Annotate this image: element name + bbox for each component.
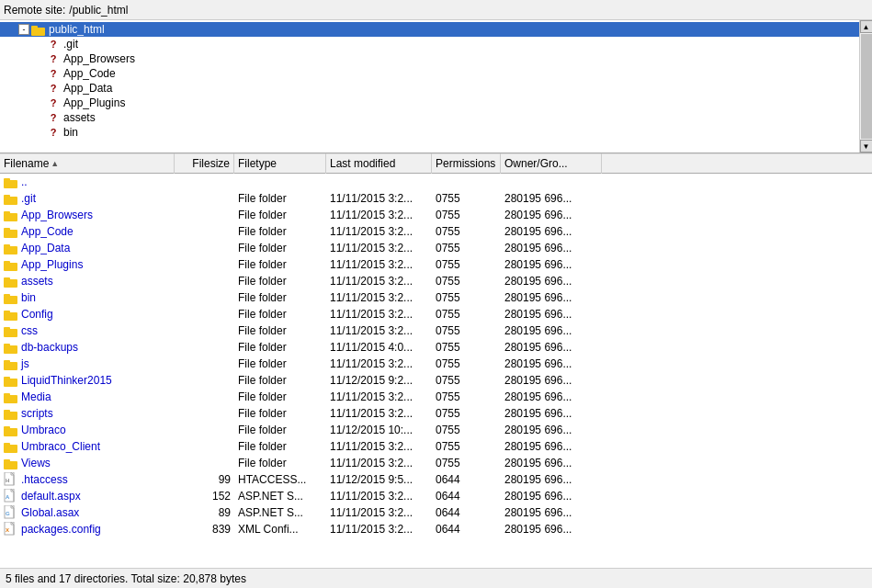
file-owner-cell: 280195 696... — [501, 471, 602, 488]
table-row[interactable]: Umbraco_ClientFile folder11/11/2015 3:2.… — [0, 438, 872, 455]
table-row[interactable]: .. — [0, 174, 872, 190]
file-type-cell: File folder — [234, 306, 326, 322]
tree-item-git[interactable]: ?.git — [0, 37, 872, 51]
file-size-cell — [175, 356, 234, 372]
tree-expand-public_html[interactable]: - — [18, 24, 29, 35]
svg-rect-27 — [4, 377, 10, 379]
file-type-cell: File folder — [234, 207, 326, 223]
file-permissions-cell: 0755 — [432, 339, 501, 356]
table-row[interactable]: MediaFile folder11/11/2015 3:2...0755280… — [0, 389, 872, 405]
file-name-cell: Umbraco — [0, 422, 175, 438]
table-row[interactable]: App_BrowsersFile folder11/11/2015 3:2...… — [0, 207, 872, 223]
tree-item-label-public_html: public_html — [49, 23, 105, 36]
tree-item-bin[interactable]: ?bin — [0, 125, 872, 140]
scroll-down-arrow[interactable]: ▼ — [860, 140, 873, 153]
tree-scrollbar[interactable]: ▲ ▼ — [859, 20, 872, 153]
file-owner-cell: 280195 696... — [501, 256, 602, 273]
file-type-cell: File folder — [234, 322, 326, 339]
file-name-label: Config — [21, 308, 53, 321]
file-permissions-cell: 0755 — [432, 240, 501, 256]
file-permissions-cell — [432, 174, 501, 190]
file-modified-cell: 11/11/2015 4:0... — [326, 339, 432, 356]
file-type-cell: File folder — [234, 223, 326, 240]
file-name-label: App_Code — [21, 225, 74, 238]
table-row[interactable]: ConfigFile folder11/11/2015 3:2...075528… — [0, 306, 872, 322]
svg-rect-5 — [4, 195, 10, 198]
file-size-cell: 839 — [175, 521, 234, 537]
file-modified-cell: 11/11/2015 3:2... — [326, 306, 432, 322]
svg-rect-13 — [4, 261, 10, 264]
folder-icon — [4, 374, 18, 387]
table-row[interactable]: UmbracoFile folder11/12/2015 10:...07552… — [0, 422, 872, 438]
col-header-filetype[interactable]: Filetype — [234, 153, 326, 174]
table-row[interactable]: App_CodeFile folder11/11/2015 3:2...0755… — [0, 223, 872, 240]
table-row[interactable]: A default.aspx152ASP.NET S...11/11/2015 … — [0, 488, 872, 504]
status-text: 5 files and 17 directories. Total size: … — [6, 572, 246, 585]
col-header-filename[interactable]: Filename ▲ — [0, 153, 175, 174]
col-header-permissions[interactable]: Permissions — [432, 153, 501, 174]
file-icon: G — [4, 506, 18, 519]
file-owner-cell: 280195 696... — [501, 521, 602, 537]
file-type-cell: File folder — [234, 455, 326, 471]
file-name-label: .. — [21, 175, 28, 188]
file-owner-cell: 280195 696... — [501, 438, 602, 455]
folder-icon — [4, 390, 18, 403]
col-header-owner[interactable]: Owner/Gro... — [501, 153, 602, 174]
table-row[interactable]: binFile folder11/11/2015 3:2...075528019… — [0, 289, 872, 306]
file-size-cell — [175, 405, 234, 422]
file-type-cell: File folder — [234, 240, 326, 256]
svg-rect-10 — [4, 246, 17, 254]
table-row[interactable]: App_DataFile folder11/11/2015 3:2...0755… — [0, 240, 872, 256]
svg-rect-15 — [4, 277, 10, 280]
table-row[interactable]: .gitFile folder11/11/2015 3:2...07552801… — [0, 190, 872, 207]
tree-item-app_plugins[interactable]: ?App_Plugins — [0, 96, 872, 110]
table-row[interactable]: db-backupsFile folder11/11/2015 4:0...07… — [0, 339, 872, 356]
file-permissions-cell: 0755 — [432, 273, 501, 289]
scroll-up-arrow[interactable]: ▲ — [860, 20, 873, 33]
table-row[interactable]: LiquidThinker2015File folder11/12/2015 9… — [0, 372, 872, 389]
file-name-cell: G Global.asax — [0, 504, 175, 521]
tree-item-app_browsers[interactable]: ?App_Browsers — [0, 51, 872, 66]
table-row[interactable]: G Global.asax89ASP.NET S...11/11/2015 3:… — [0, 504, 872, 521]
svg-rect-35 — [4, 443, 10, 446]
file-name-cell: Media — [0, 389, 175, 405]
table-row[interactable]: App_PluginsFile folder11/11/2015 3:2...0… — [0, 256, 872, 273]
question-icon: ? — [46, 97, 61, 109]
file-name-label: LiquidThinker2015 — [21, 374, 112, 387]
file-size-cell — [175, 190, 234, 207]
file-owner-cell: 280195 696... — [501, 389, 602, 405]
col-header-filesize[interactable]: Filesize — [175, 153, 234, 174]
svg-rect-32 — [4, 428, 17, 436]
folder-icon — [4, 440, 18, 453]
file-name-cell: assets — [0, 273, 175, 289]
file-size-cell — [175, 256, 234, 273]
file-permissions-cell: 0755 — [432, 356, 501, 372]
tree-item-assets[interactable]: ?assets — [0, 110, 872, 125]
tree-item-label-app_data: App_Data — [63, 82, 112, 95]
table-row[interactable]: ViewsFile folder11/11/2015 3:2...0755280… — [0, 455, 872, 471]
col-header-modified[interactable]: Last modified — [326, 153, 432, 174]
file-type-cell: File folder — [234, 438, 326, 455]
table-row[interactable]: jsFile folder11/11/2015 3:2...0755280195… — [0, 356, 872, 372]
scroll-thumb[interactable] — [861, 34, 872, 139]
file-name-cell: css — [0, 322, 175, 339]
table-row[interactable]: H .htaccess99HTACCESS...11/12/2015 9:5..… — [0, 471, 872, 488]
tree-item-label-app_code: App_Code — [63, 67, 116, 80]
table-row[interactable]: assetsFile folder11/11/2015 3:2...075528… — [0, 273, 872, 289]
tree-item-app_data[interactable]: ?App_Data — [0, 81, 872, 96]
file-name-label: .git — [21, 192, 36, 205]
tree-item-label-app_plugins: App_Plugins — [63, 96, 125, 109]
tree-item-public_html[interactable]: - public_html — [0, 22, 872, 37]
file-name-cell: App_Plugins — [0, 256, 175, 273]
file-modified-cell — [326, 174, 432, 190]
table-row[interactable]: cssFile folder11/11/2015 3:2...075528019… — [0, 322, 872, 339]
file-owner-cell: 280195 696... — [501, 190, 602, 207]
tree-item-app_code[interactable]: ?App_Code — [0, 66, 872, 81]
file-list[interactable]: .. .gitFile folder11/11/2015 3:2...07552… — [0, 174, 872, 568]
table-row[interactable]: scriptsFile folder11/11/2015 3:2...07552… — [0, 405, 872, 422]
table-row[interactable]: X packages.config839XML Confi...11/11/20… — [0, 521, 872, 537]
file-name-label: Umbraco_Client — [21, 440, 100, 453]
svg-rect-28 — [4, 395, 17, 403]
file-modified-cell: 11/11/2015 3:2... — [326, 356, 432, 372]
svg-rect-26 — [4, 379, 17, 387]
